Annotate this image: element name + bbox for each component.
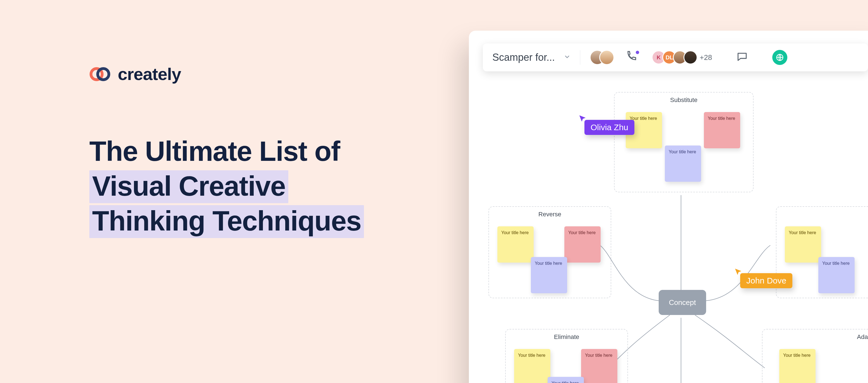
sticky-note[interactable]: Your title here xyxy=(785,227,821,263)
presence-avatars-secondary[interactable]: K DL +28 xyxy=(652,50,712,64)
sticky-note[interactable]: Your title here xyxy=(497,227,534,263)
sticky-note[interactable]: Your title here xyxy=(564,227,600,263)
notification-dot-icon xyxy=(635,50,640,55)
group-title: Reverse xyxy=(538,211,561,218)
divider xyxy=(580,50,580,65)
group-reverse[interactable]: Reverse Your title here Your title here … xyxy=(489,206,611,298)
avatar[interactable] xyxy=(599,50,614,65)
topbar: Scamper for... K DL +28 xyxy=(483,43,868,71)
group-title: Adapt xyxy=(857,334,868,341)
presence-cursor-john: John Dove xyxy=(740,273,793,288)
presence-avatars-primary[interactable] xyxy=(590,50,615,65)
group-title: Substitute xyxy=(670,97,698,104)
canvas[interactable]: Substitute Your title here Your title he… xyxy=(469,78,868,383)
cursor-name: John Dove xyxy=(746,276,786,285)
sticky-note[interactable]: Your title here xyxy=(531,257,567,293)
document-title[interactable]: Scamper for... xyxy=(492,51,555,63)
presence-overflow-count[interactable]: +28 xyxy=(700,53,712,62)
creately-logo-icon xyxy=(89,66,112,82)
group-adapt[interactable]: Adapt Your title here xyxy=(762,329,868,383)
cursor-name: Olivia Zhu xyxy=(591,123,628,132)
group-eliminate[interactable]: Eliminate Your title here Your title her… xyxy=(505,329,628,383)
presence-cursor-olivia: Olivia Zhu xyxy=(584,120,634,135)
hero-line-2: Visual Creative xyxy=(89,170,288,203)
brand-block: creately xyxy=(89,64,181,84)
sticky-note[interactable]: Your title here xyxy=(704,112,740,148)
concept-node[interactable]: Concept xyxy=(659,290,706,315)
hero-heading: The Ultimate List of Visual Creative Thi… xyxy=(89,134,364,238)
hero-line-3: Thinking Techniques xyxy=(89,205,364,238)
sticky-note[interactable]: Your title here xyxy=(548,377,584,383)
avatar[interactable] xyxy=(683,50,698,64)
sticky-note[interactable]: Your title here xyxy=(581,349,617,383)
chevron-down-icon[interactable] xyxy=(564,54,570,61)
brand-name: creately xyxy=(118,64,181,84)
hero-line-1: The Ultimate List of xyxy=(89,134,364,169)
sticky-note[interactable]: Your title here xyxy=(514,349,550,383)
sticky-note[interactable]: Your title here xyxy=(779,349,815,383)
sticky-note[interactable]: Your title here xyxy=(818,257,855,293)
app-window: Scamper for... K DL +28 xyxy=(469,31,868,383)
sticky-note[interactable]: Your title here xyxy=(665,145,701,182)
group-title: Eliminate xyxy=(554,334,579,341)
call-button[interactable] xyxy=(625,50,639,64)
comment-icon[interactable] xyxy=(736,51,748,64)
group-substitute[interactable]: Substitute Your title here Your title he… xyxy=(614,92,753,192)
share-button[interactable] xyxy=(772,50,787,65)
